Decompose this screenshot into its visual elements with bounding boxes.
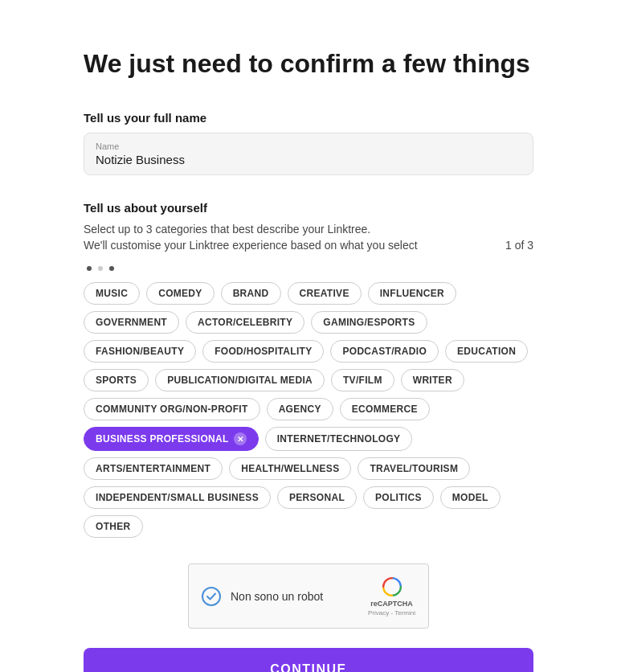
tag-politics[interactable]: POLITICS — [363, 486, 434, 509]
recaptcha-brand-area: reCAPTCHA Privacy - Termini — [368, 576, 415, 617]
tag-brand[interactable]: BRAND — [221, 282, 281, 305]
recaptcha-widget[interactable]: Non sono un robot reCAPTCHA Privacy - Te… — [84, 563, 533, 629]
tag-publication-digital-media[interactable]: PUBLICATION/DIGITAL MEDIA — [155, 369, 325, 391]
tag-internet-technology[interactable]: INTERNET/TECHNOLOGY — [265, 427, 413, 451]
tag-personal[interactable]: PERSONAL — [277, 486, 357, 509]
recaptcha-text: Non sono un robot — [231, 590, 323, 603]
tag-food-hospitality[interactable]: FOOD/HOSPITALITY — [202, 340, 324, 363]
tag-music[interactable]: MUSIC — [84, 282, 140, 305]
tag-tv-film[interactable]: TV/FILM — [331, 369, 394, 391]
tags-container: MUSICCOMEDYBRANDCREATIVEINFLUENCERGOVERN… — [84, 282, 533, 538]
recaptcha-checkmark — [202, 587, 221, 606]
tag-influencer[interactable]: INFLUENCER — [368, 282, 456, 305]
tag-ecommerce[interactable]: ECOMMERCE — [340, 398, 430, 420]
tag-fashion-beauty[interactable]: FASHION/BEAUTY — [84, 340, 196, 363]
tag-creative[interactable]: CREATIVE — [288, 282, 362, 305]
tag-sports[interactable]: SPORTS — [84, 369, 149, 391]
scroll-indicator — [84, 266, 533, 271]
continue-button[interactable]: CONTINUE — [84, 648, 533, 672]
tag-community-org-non-profit[interactable]: COMMUNITY ORG/NON-PROFIT — [84, 398, 260, 420]
tag-other[interactable]: OTHER — [84, 515, 143, 538]
tag-education[interactable]: EDUCATION — [445, 340, 528, 363]
name-input-field[interactable]: Name Notizie Business — [84, 133, 533, 175]
recaptcha-brand-label: reCAPTCHA — [370, 600, 413, 608]
about-customise-text: We'll customise your Linktree experience… — [84, 239, 418, 252]
scroll-dot-2 — [98, 266, 103, 271]
about-section-label: Tell us about yourself — [84, 201, 533, 215]
tag-podcast-radio[interactable]: PODCAST/RADIO — [330, 340, 439, 363]
tag-health-wellness[interactable]: HEALTH/WELLNESS — [229, 457, 351, 480]
scroll-dot-1 — [87, 266, 92, 271]
page-title: We just need to confirm a few things — [84, 48, 533, 79]
scroll-dot-3 — [109, 266, 114, 271]
recaptcha-links[interactable]: Privacy - Termini — [368, 609, 415, 617]
about-description: Select up to 3 categories that best desc… — [84, 223, 533, 236]
tag-actor-celebrity[interactable]: ACTOR/CELEBRITY — [186, 311, 304, 334]
name-input-label: Name — [96, 141, 521, 151]
tag-gaming-esports[interactable]: GAMING/ESPORTS — [311, 311, 427, 334]
tag-independent-small-business[interactable]: INDEPENDENT/SMALL BUSINESS — [84, 486, 271, 509]
name-section-label: Tell us your full name — [84, 111, 533, 125]
name-input-value: Notizie Business — [96, 153, 521, 166]
tag-business-professional[interactable]: BUSINESS PROFESSIONAL✕ — [84, 427, 259, 451]
tag-comedy[interactable]: COMEDY — [146, 282, 214, 305]
tag-arts-entertainment[interactable]: ARTS/ENTERTAINMENT — [84, 457, 223, 480]
tag-model[interactable]: MODEL — [440, 486, 501, 509]
tag-government[interactable]: GOVERNMENT — [84, 311, 179, 334]
tag-travel-tourism[interactable]: TRAVEL/TOURISM — [358, 457, 470, 480]
tag-agency[interactable]: AGENCY — [267, 398, 333, 420]
tag-writer[interactable]: WRITER — [401, 369, 464, 391]
selection-counter: 1 of 3 — [505, 239, 533, 252]
